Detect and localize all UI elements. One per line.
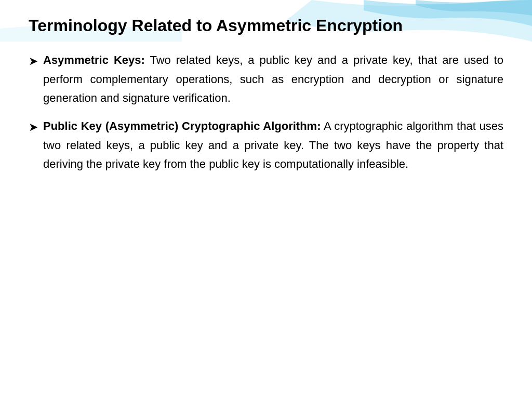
bullet-item-public-key: ➤ Public Key (Asymmetric) Cryptographic …: [29, 117, 503, 174]
slide-title: Terminology Related to Asymmetric Encryp…: [29, 16, 503, 35]
slide: Terminology Related to Asymmetric Encryp…: [0, 0, 532, 399]
bullet-item-asymmetric-keys: ➤ Asymmetric Keys: Two related keys, a p…: [29, 51, 503, 108]
bullet-arrow-2: ➤: [29, 118, 38, 137]
bullet-text-2: Public Key (Asymmetric) Cryptographic Al…: [43, 117, 503, 174]
slide-content: Terminology Related to Asymmetric Encryp…: [0, 0, 532, 198]
term-bold-2: Public Key (Asymmetric) Cryptographic Al…: [43, 119, 321, 132]
bullet-text-1: Asymmetric Keys: Two related keys, a pub…: [43, 51, 503, 108]
bullet-list: ➤ Asymmetric Keys: Two related keys, a p…: [29, 51, 503, 174]
term-bold-1: Asymmetric Keys:: [43, 54, 145, 66]
bullet-arrow-1: ➤: [29, 52, 38, 71]
